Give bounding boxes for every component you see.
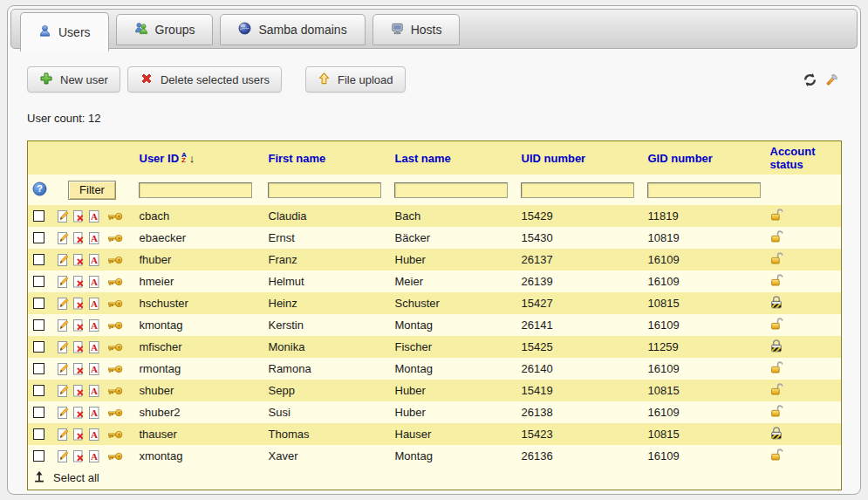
tab-label: Samba domains [258, 23, 346, 37]
delete-icon[interactable] [72, 406, 85, 420]
password-key-icon[interactable] [107, 429, 123, 440]
pdf-icon[interactable]: A [87, 297, 101, 311]
filter-button[interactable]: Filter [68, 181, 116, 200]
header-last-name[interactable]: Last name [390, 141, 516, 175]
edit-icon[interactable] [56, 428, 70, 442]
pdf-icon[interactable]: A [87, 275, 101, 289]
pdf-icon[interactable]: A [87, 384, 101, 398]
user-id-cell[interactable]: thauser [134, 423, 263, 445]
pdf-icon[interactable]: A [87, 209, 101, 223]
edit-icon[interactable] [56, 209, 70, 223]
user-id-cell[interactable]: mfischer [134, 336, 263, 358]
password-key-icon[interactable] [107, 342, 123, 353]
delete-icon[interactable] [72, 318, 85, 332]
delete-icon[interactable] [72, 340, 85, 354]
delete-icon[interactable] [72, 449, 85, 463]
pdf-icon[interactable]: A [87, 231, 101, 245]
new-user-button[interactable]: New user [27, 66, 120, 92]
password-key-icon[interactable] [107, 386, 123, 396]
edit-icon[interactable] [56, 253, 70, 267]
password-key-icon[interactable] [107, 211, 123, 222]
user-id-cell[interactable]: cbach [134, 205, 263, 227]
header-user-id[interactable]: User ID AZ ↓ [134, 141, 263, 175]
user-id-cell[interactable]: rmontag [134, 358, 263, 380]
edit-icon[interactable] [56, 231, 70, 245]
row-checkbox[interactable] [33, 210, 44, 222]
header-first-name[interactable]: First name [263, 141, 390, 175]
password-key-icon[interactable] [107, 451, 123, 462]
delete-selected-users-button[interactable]: Delete selected users [127, 66, 282, 92]
user-id-cell[interactable]: ebaecker [134, 227, 263, 249]
row-checkbox[interactable] [33, 232, 44, 243]
tab-samba-domains[interactable]: Samba domains [220, 14, 365, 45]
row-checkbox[interactable] [33, 385, 44, 396]
edit-icon[interactable] [56, 362, 70, 376]
filter-input-last-name[interactable] [394, 182, 508, 198]
row-checkbox[interactable] [33, 276, 44, 287]
help-icon[interactable]: ? [32, 186, 47, 199]
main-window: Users Groups Samba domains Hosts New [7, 5, 861, 495]
password-key-icon[interactable] [107, 277, 123, 287]
header-uid-number[interactable]: UID number [516, 141, 643, 175]
wrench-icon[interactable] [824, 72, 839, 87]
refresh-icon[interactable] [803, 72, 817, 87]
password-key-icon[interactable] [107, 233, 123, 243]
filter-input-first-name[interactable] [268, 182, 381, 198]
edit-icon[interactable] [56, 297, 70, 311]
row-checkbox[interactable] [33, 319, 44, 331]
delete-icon[interactable] [72, 362, 85, 376]
row-checkbox[interactable] [33, 298, 44, 309]
tab-users[interactable]: Users [20, 12, 109, 51]
tab-groups[interactable]: Groups [116, 14, 214, 45]
pdf-icon[interactable]: A [87, 253, 101, 267]
header-account-status[interactable]: Account status [765, 141, 842, 175]
user-id-cell[interactable]: fhuber [134, 249, 263, 271]
user-id-cell[interactable]: shuber2 [134, 401, 263, 423]
delete-icon[interactable] [72, 253, 85, 267]
file-upload-button[interactable]: File upload [305, 66, 406, 92]
row-checkbox-cell [28, 423, 51, 445]
select-all-button[interactable]: Select all [33, 470, 99, 485]
row-checkbox[interactable] [33, 407, 44, 418]
row-checkbox[interactable] [33, 450, 44, 462]
delete-icon[interactable] [72, 297, 85, 311]
filter-input-uid-number[interactable] [521, 182, 634, 198]
pdf-icon[interactable]: A [87, 406, 101, 420]
pdf-icon[interactable]: A [87, 318, 101, 332]
password-key-icon[interactable] [107, 408, 123, 418]
user-id-cell[interactable]: kmontag [134, 314, 263, 336]
password-key-icon[interactable] [107, 255, 123, 265]
pdf-icon[interactable]: A [87, 362, 101, 376]
user-id-cell[interactable]: hschuster [134, 292, 263, 314]
pdf-icon[interactable]: A [87, 428, 101, 442]
filter-input-user-id[interactable] [139, 182, 252, 198]
delete-icon[interactable] [72, 209, 85, 223]
row-checkbox[interactable] [33, 363, 44, 374]
delete-icon[interactable] [72, 231, 85, 245]
edit-icon[interactable] [56, 384, 70, 398]
edit-icon[interactable] [56, 340, 70, 354]
last-name-cell: Meier [390, 271, 516, 292]
delete-icon[interactable] [72, 275, 85, 289]
filter-input-gid-number[interactable] [647, 182, 761, 198]
edit-icon[interactable] [56, 449, 70, 463]
edit-icon[interactable] [56, 318, 70, 332]
user-id-cell[interactable]: xmontag [134, 445, 263, 467]
password-key-icon[interactable] [107, 298, 123, 309]
edit-icon[interactable] [56, 275, 70, 289]
pdf-icon[interactable]: A [87, 340, 101, 354]
header-gid-number[interactable]: GID number [643, 141, 765, 175]
delete-icon[interactable] [72, 428, 85, 442]
user-id-cell[interactable]: hmeier [134, 271, 263, 292]
user-id-cell[interactable]: shuber [134, 380, 263, 401]
delete-icon[interactable] [72, 384, 85, 398]
row-checkbox[interactable] [33, 428, 44, 440]
password-key-icon[interactable] [107, 320, 123, 331]
row-checkbox[interactable] [33, 341, 44, 353]
password-key-icon[interactable] [107, 364, 123, 374]
gid-number-cell: 10815 [643, 292, 765, 314]
edit-icon[interactable] [56, 406, 70, 420]
tab-hosts[interactable]: Hosts [372, 14, 461, 45]
pdf-icon[interactable]: A [87, 449, 101, 463]
row-checkbox[interactable] [33, 254, 44, 265]
